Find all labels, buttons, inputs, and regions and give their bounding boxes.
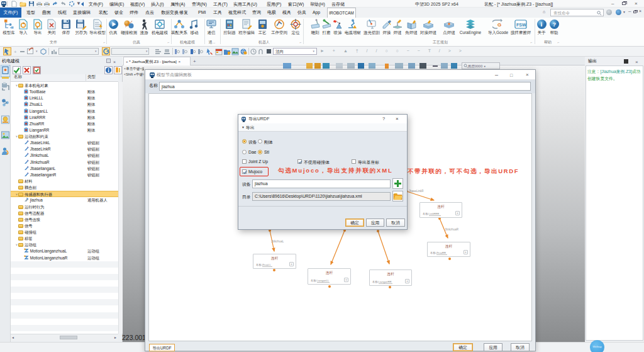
svg-text:FSW: FSW xyxy=(516,23,526,27)
svg-text:G: G xyxy=(497,22,501,28)
svg-text:?: ? xyxy=(552,21,556,28)
svg-text:JlinkzhuaR: JlinkzhuaR xyxy=(445,228,459,231)
svg-text:JbaseLinkR: JbaseLinkR xyxy=(409,190,424,193)
svg-text:JblkzhuaL: JblkzhuaL xyxy=(271,240,284,243)
